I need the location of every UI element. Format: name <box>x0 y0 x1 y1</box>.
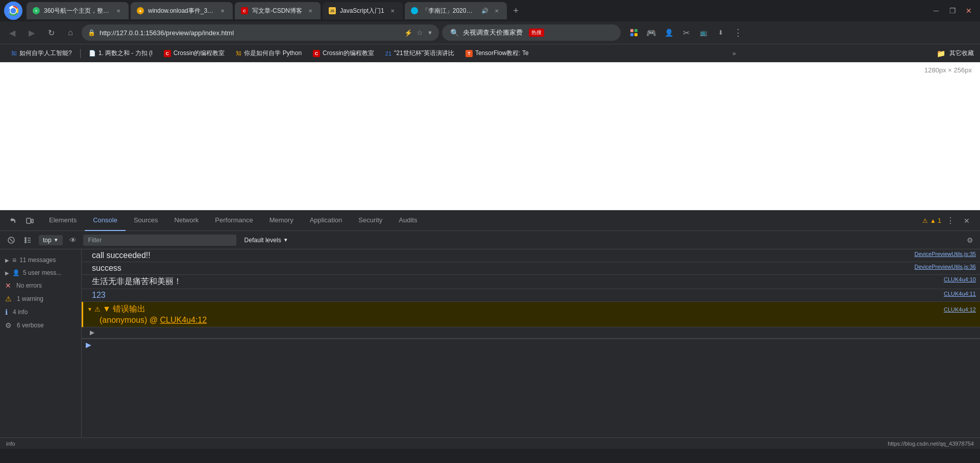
log-2-source[interactable]: DevicePreviewUtils.js:36 <box>911 264 976 270</box>
log-3-source[interactable]: CLUK4u4:10 <box>940 276 976 282</box>
tab-sources[interactable]: Sources <box>126 211 166 231</box>
filter-input[interactable] <box>83 235 236 246</box>
status-bar: info https://blog.csdn.net/qq_43978754 <box>0 438 980 449</box>
address-chevron[interactable]: ▼ <box>427 30 433 36</box>
anonymous-text[interactable]: (anonymous) @ CLUK4u4:12 <box>100 316 976 325</box>
tab-5-icon <box>411 7 418 14</box>
address-text: http://127.0.0.1:15636/preview/app/index… <box>100 29 400 37</box>
sidebar-warnings[interactable]: ⚠ 1 warning <box>0 292 81 305</box>
address-star-icon[interactable]: ☆ <box>416 29 423 37</box>
game-icon[interactable]: 🎮 <box>643 24 659 41</box>
warning-count-icon: ⚠ <box>5 295 12 303</box>
show-log-button[interactable] <box>20 233 35 247</box>
close-button[interactable]: ✕ <box>962 4 976 18</box>
grid-apps-icon[interactable] <box>626 24 642 41</box>
device-toolbar-button[interactable] <box>22 214 37 228</box>
bookmark-item-6[interactable]: 21 "21世纪杯"英语演讲比 <box>380 47 459 60</box>
warning-triangle: ⚠ <box>94 305 101 313</box>
back-button[interactable]: ◀ <box>4 24 20 41</box>
address-bar[interactable]: 🔒 http://127.0.0.1:15636/preview/app/ind… <box>82 24 439 41</box>
bookmark-item-1[interactable]: 知 如何自学人工智能? <box>6 47 77 60</box>
sidebar-no-errors[interactable]: ✕ No errors <box>0 279 81 292</box>
log-4-source[interactable]: CLUK4u4:11 <box>940 291 976 297</box>
bookmark-item-5[interactable]: C Crossin的编程教室 <box>308 47 379 60</box>
restore-button[interactable]: ❐ <box>945 4 960 18</box>
console-toolbar-left <box>4 233 35 247</box>
default-levels-button[interactable]: Default levels ▼ <box>244 237 288 244</box>
sidebar-all-messages[interactable]: ▶ ≡ 11 messages <box>0 253 81 267</box>
bookmarks-more-button[interactable]: » <box>728 48 740 59</box>
log-entry-1: ▶ call succeeded!! DevicePreviewUtils.js… <box>82 249 980 262</box>
minimize-button[interactable]: ─ <box>929 4 943 18</box>
clear-console-button[interactable] <box>4 233 18 247</box>
tab-4-close[interactable]: ✕ <box>388 7 397 15</box>
tab-performance[interactable]: Performance <box>207 211 261 231</box>
expand-arrow-icon[interactable]: ▶ <box>90 329 94 336</box>
search-bar[interactable]: 🔍 央视调查天价搬家费 热搜 <box>442 24 621 41</box>
tab-application[interactable]: Application <box>302 211 351 231</box>
tab-memory[interactable]: Memory <box>261 211 302 231</box>
devtools-panel: Elements Console Sources Network Perform… <box>0 210 980 438</box>
inspect-element-button[interactable] <box>6 214 20 228</box>
more-menu-button[interactable]: ⋮ <box>730 24 746 41</box>
log-1-source[interactable]: DevicePreviewUtils.js:35 <box>911 251 976 257</box>
bookmark-7-label: TensorFlow教程: Te <box>475 49 529 58</box>
refresh-button[interactable]: ↻ <box>43 24 59 41</box>
tab-3-close[interactable]: ✕ <box>306 7 314 15</box>
download-icon[interactable]: ⬇ <box>713 24 729 41</box>
cast-icon[interactable]: 📺 <box>695 24 712 41</box>
tab-1-icon: + <box>33 7 40 14</box>
devtools-close-button[interactable]: ✕ <box>960 214 974 228</box>
bookmark-item-3[interactable]: C Crossin的编程教室 <box>159 47 230 60</box>
svg-line-7 <box>10 239 13 242</box>
log-entry-5-warning: ▼ ⚠ ▼ 错误输出 CLUK4u4:12 (anonymous) @ CLUK… <box>82 302 980 327</box>
bookmark-4-label: 你是如何自学 Python <box>244 49 302 58</box>
levels-text: Default levels <box>244 237 281 244</box>
tab-3[interactable]: C 写文章-CSDN博客 ✕ <box>235 2 321 19</box>
tab-security[interactable]: Security <box>350 211 390 231</box>
bookmark-divider-1 <box>80 49 81 58</box>
console-input-field[interactable] <box>95 341 976 348</box>
tab-1-close[interactable]: ✕ <box>114 7 122 15</box>
tab-1[interactable]: + 360号航一个主页，整个世... ✕ <box>27 2 129 19</box>
svg-rect-4 <box>27 218 31 223</box>
tab-5[interactable]: 「李南江」2020年最新... 🔊 ✕ <box>405 2 507 19</box>
bookmark-item-2[interactable]: 📄 1. 两数之和 - 力扣 (l <box>84 47 158 60</box>
console-settings-button[interactable]: ⚙ <box>964 234 976 246</box>
tab-audits[interactable]: Audits <box>390 211 425 231</box>
log-entry-6-expand[interactable]: ▶ <box>82 327 980 339</box>
tab-2-close[interactable]: ✕ <box>218 7 227 15</box>
tab-console[interactable]: Console <box>85 211 126 231</box>
forward-button[interactable]: ▶ <box>23 24 40 41</box>
eye-button[interactable]: 👁 <box>67 234 79 246</box>
profile-icon[interactable]: 👤 <box>660 24 677 41</box>
warning-badge: ⚠ ▲ 1 <box>922 217 941 224</box>
status-info-text: info <box>6 441 15 447</box>
devtools-more-button[interactable]: ⋮ <box>943 214 958 228</box>
new-tab-button[interactable]: + <box>509 4 523 18</box>
tab-network[interactable]: Network <box>166 211 207 231</box>
context-selector[interactable]: top ▼ <box>39 235 63 245</box>
bookmark-item-7[interactable]: T TensorFlow教程: Te <box>460 47 534 60</box>
tab-elements[interactable]: Elements <box>41 211 85 231</box>
warning-source[interactable]: CLUK4u4:12 <box>940 306 976 313</box>
bookmark-folder-icon[interactable]: 📁 <box>935 49 947 58</box>
bookmark-5-label: Crossin的编程教室 <box>323 49 374 58</box>
warning-expand-icon[interactable]: ▼ <box>87 306 92 312</box>
tab-3-label: 写文章-CSDN博客 <box>252 7 302 15</box>
expand-icon: ▶ <box>5 258 9 263</box>
sidebar-info[interactable]: ℹ 4 info <box>0 305 81 319</box>
window-controls: ─ ❐ ✕ <box>929 4 976 18</box>
scissors-icon[interactable]: ✂ <box>678 24 694 41</box>
home-button[interactable]: ⌂ <box>62 24 79 41</box>
bookmark-item-4[interactable]: 知 你是如何自学 Python <box>231 47 307 60</box>
no-errors-label: No errors <box>14 282 42 289</box>
tab-5-close[interactable]: ✕ <box>493 7 501 15</box>
context-chevron-icon: ▼ <box>54 237 59 243</box>
error-icon: ✕ <box>5 281 11 290</box>
svg-point-9 <box>24 239 27 241</box>
tab-2[interactable]: ● window.onload事件_360... ✕ <box>131 2 233 19</box>
tab-4-active[interactable]: JS JavaScript入门1 ✕ <box>323 2 403 19</box>
sidebar-verbose[interactable]: ⚙ 6 verbose <box>0 319 81 332</box>
sidebar-user-messages[interactable]: ▶ 👤 5 user mess... <box>0 267 81 279</box>
